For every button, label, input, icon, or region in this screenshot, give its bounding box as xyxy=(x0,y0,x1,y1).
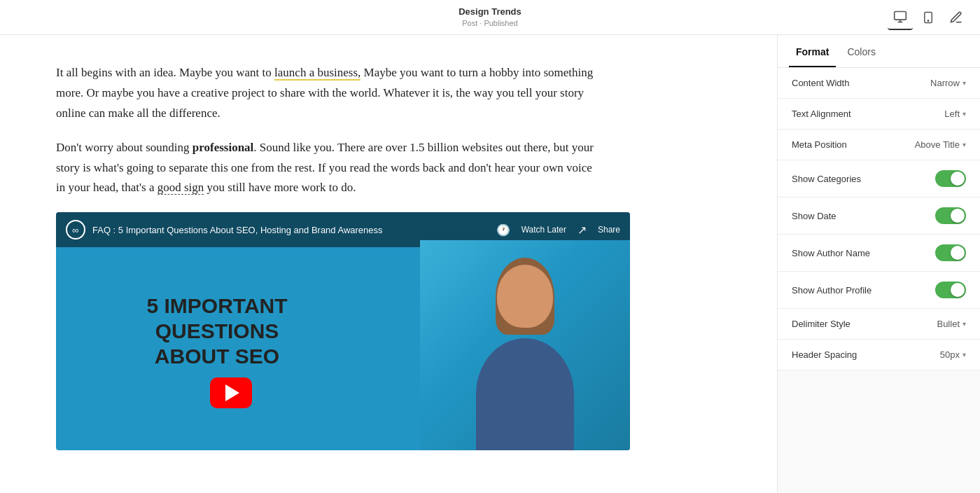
tab-format[interactable]: Format xyxy=(789,35,836,67)
show-date-label: Show Date xyxy=(792,211,836,221)
person-body xyxy=(476,338,574,450)
header-spacing-label: Header Spacing xyxy=(792,349,857,360)
page-title: Design Trends xyxy=(458,6,522,18)
panel-body: Content Width Narrow ▾ Text Alignment Le… xyxy=(778,68,980,493)
dotted-link[interactable]: good sign xyxy=(158,181,204,195)
meta-position-label: Meta Position xyxy=(792,139,847,150)
delimiter-style-row: Delimiter Style Bullet ▾ xyxy=(778,309,980,340)
chevron-down-icon-2: ▾ xyxy=(962,110,966,118)
chevron-down-icon-5: ▾ xyxy=(962,351,966,359)
play-triangle-icon xyxy=(225,384,239,401)
video-channel-logo: ∞ xyxy=(66,220,85,239)
svg-rect-0 xyxy=(895,11,906,20)
content-area: It all begins with an idea. Maybe you wa… xyxy=(0,35,777,493)
svg-point-4 xyxy=(927,20,929,21)
text-alignment-row: Text Alignment Left ▾ xyxy=(778,99,980,130)
show-author-profile-row: Show Author Profile xyxy=(778,272,980,309)
text-alignment-label: Text Alignment xyxy=(792,109,851,119)
content-width-row: Content Width Narrow ▾ xyxy=(778,68,980,99)
share-icon: ↗ xyxy=(578,223,587,237)
delimiter-style-label: Delimiter Style xyxy=(792,319,850,329)
desktop-view-button[interactable] xyxy=(888,5,913,30)
chevron-down-icon: ▾ xyxy=(962,79,966,87)
paragraph-1: It all begins with an idea. Maybe you wa… xyxy=(56,63,602,124)
show-author-profile-toggle[interactable] xyxy=(935,282,966,298)
watch-later-label[interactable]: Watch Later xyxy=(522,225,566,235)
page-info: Design Trends Post · Published xyxy=(458,6,522,28)
content-width-label: Content Width xyxy=(792,78,849,88)
text-alignment-value: Left xyxy=(944,109,960,119)
video-person xyxy=(420,240,630,450)
delimiter-style-dropdown[interactable]: Bullet ▾ xyxy=(937,319,966,329)
person-silhouette xyxy=(448,254,602,450)
show-categories-row: Show Categories xyxy=(778,160,980,197)
header-spacing-row: Header Spacing 50px ▾ xyxy=(778,340,980,370)
tab-colors[interactable]: Colors xyxy=(840,35,882,67)
panel-tabs: Format Colors xyxy=(778,35,980,68)
show-categories-toggle[interactable] xyxy=(935,170,966,187)
video-embed[interactable]: ∞ FAQ : 5 Important Questions About SEO,… xyxy=(56,212,630,450)
show-date-row: Show Date xyxy=(778,197,980,235)
highlight-link[interactable]: launch a business, xyxy=(274,66,360,81)
delimiter-style-value: Bullet xyxy=(937,319,960,329)
page-subtitle: Post · Published xyxy=(462,18,518,28)
person-head xyxy=(497,265,553,328)
meta-position-row: Meta Position Above Title ▾ xyxy=(778,130,980,160)
chevron-down-icon-3: ▾ xyxy=(962,141,966,148)
right-panel: Format Colors Content Width Narrow ▾ Tex… xyxy=(777,35,980,493)
meta-position-value: Above Title xyxy=(915,139,960,150)
video-title: FAQ : 5 Important Questions About SEO, H… xyxy=(92,225,489,235)
paragraph-2: Don't worry about sounding professional.… xyxy=(56,138,602,199)
show-author-name-row: Show Author Name xyxy=(778,235,980,272)
tablet-view-button[interactable] xyxy=(916,5,941,30)
video-clock-icon: 🕐 xyxy=(496,223,510,237)
edit-button[interactable] xyxy=(944,5,969,30)
show-date-toggle[interactable] xyxy=(935,207,966,224)
content-text: It all begins with an idea. Maybe you wa… xyxy=(56,63,602,198)
show-author-name-label: Show Author Name xyxy=(792,248,870,258)
toolbar-icons xyxy=(888,5,969,30)
play-button[interactable] xyxy=(210,377,252,408)
share-label[interactable]: Share xyxy=(598,225,620,235)
video-big-text: 5 IMPORTANT QUESTIONS ABOUT SEO xyxy=(126,293,308,369)
text-alignment-dropdown[interactable]: Left ▾ xyxy=(944,109,966,119)
header-spacing-value: 50px xyxy=(940,349,960,360)
video-controls: 🕐 Watch Later ↗ Share xyxy=(496,223,620,237)
chevron-down-icon-4: ▾ xyxy=(962,320,966,328)
show-categories-label: Show Categories xyxy=(792,174,861,184)
content-width-dropdown[interactable]: Narrow ▾ xyxy=(930,78,966,88)
top-bar: Design Trends Post · Published xyxy=(0,0,980,35)
content-width-value: Narrow xyxy=(930,78,960,88)
show-author-profile-label: Show Author Profile xyxy=(792,285,872,296)
show-author-name-toggle[interactable] xyxy=(935,244,966,261)
header-spacing-dropdown[interactable]: 50px ▾ xyxy=(940,349,966,360)
main-layout: It all begins with an idea. Maybe you wa… xyxy=(0,35,980,493)
meta-position-dropdown[interactable]: Above Title ▾ xyxy=(915,139,966,150)
bold-professional: professional xyxy=(192,141,254,154)
